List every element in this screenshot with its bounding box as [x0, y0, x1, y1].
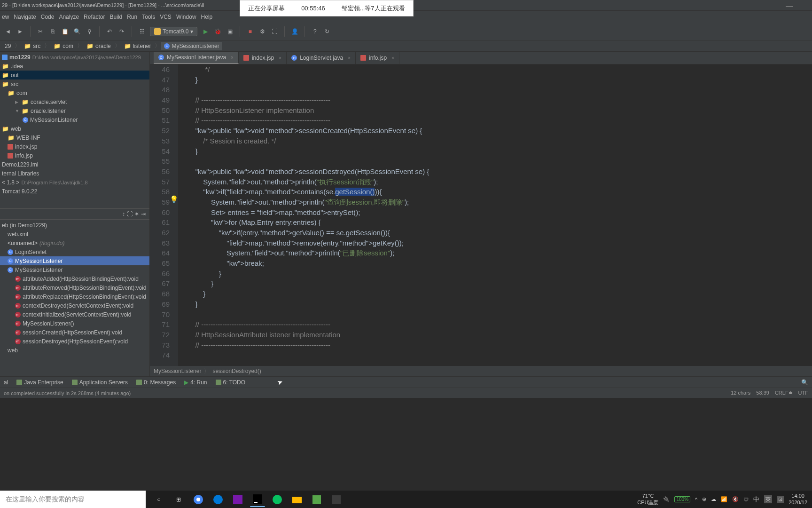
structure-item[interactable]: mattributeRemoved(HttpSessionBindingEven… [0, 283, 149, 292]
tool-window-tab[interactable]: ▶4: Run [184, 379, 207, 386]
back-button[interactable]: ◄ [4, 27, 12, 36]
avatar-button[interactable]: 👤 [290, 27, 299, 36]
menu-help[interactable]: Help [201, 14, 213, 20]
wechat-icon[interactable] [270, 492, 285, 507]
debug-button[interactable]: 🐞 [213, 27, 222, 36]
menu-run[interactable]: Run [127, 14, 137, 20]
run-button[interactable]: ▶ [201, 27, 210, 36]
breadcrumb-item[interactable]: 📁listener [121, 42, 154, 50]
intention-bulb-icon[interactable]: 💡 [170, 194, 179, 205]
update-button[interactable]: ↻ [323, 27, 331, 36]
expand-icon[interactable]: ⛶ [127, 211, 133, 217]
editor-tab[interactable]: CLoginServlet.java× [287, 52, 356, 64]
status-position[interactable]: 58:39 [756, 390, 769, 396]
gear-icon[interactable]: ✶ [134, 211, 139, 217]
structure-button[interactable]: ⛶ [270, 27, 279, 36]
forward-button[interactable]: ► [16, 27, 24, 36]
structure-item[interactable]: mattributeReplaced(HttpSessionBindingEve… [0, 292, 149, 301]
tray-volume-icon[interactable]: 🔇 [732, 496, 739, 502]
taskview-icon[interactable]: ⊞ [171, 492, 186, 507]
structure-item[interactable]: web [0, 346, 149, 355]
help-button[interactable]: ? [311, 27, 319, 36]
chrome-icon[interactable] [191, 492, 206, 507]
structure-item[interactable]: mattributeAdded(HttpSessionBindingEvent)… [0, 274, 149, 283]
tree-item[interactable]: index.jsp [0, 142, 149, 151]
structure-item[interactable]: msessionCreated(HttpSessionEvent):void [0, 328, 149, 337]
breadcrumb-item[interactable]: 📁src [21, 42, 43, 50]
sort-icon[interactable]: ↕ [122, 211, 125, 217]
tree-item[interactable]: 📁web [0, 124, 149, 133]
status-encoding[interactable]: UTF [798, 390, 808, 396]
cpu-temp-widget[interactable]: 71℃ CPU温度 [637, 493, 658, 505]
settings-button[interactable]: ⚙ [258, 27, 266, 36]
tray-plug-icon[interactable]: 🔌 [663, 496, 670, 502]
editor-tab[interactable]: info.jsp× [356, 52, 399, 64]
code-content[interactable]: 💡 */ } // ------------------------------… [178, 64, 812, 366]
structure-item[interactable]: web.xml [0, 230, 149, 238]
ime-extra[interactable]: ⊡ [777, 496, 784, 503]
structure-item[interactable]: mMySessionListener() [0, 319, 149, 328]
clock-widget[interactable]: 14:00 2020/12 [789, 493, 807, 505]
structure-item[interactable]: <unnamed> (/login.do) [0, 238, 149, 247]
tree-item[interactable]: Tomcat 9.0.22 [0, 187, 149, 196]
structure-item[interactable]: CMySessionListener [0, 256, 149, 265]
structure-item[interactable]: mcontextInitialized(ServletContextEvent)… [0, 310, 149, 319]
stop-button[interactable]: ■ [246, 27, 254, 36]
tree-item[interactable]: 📁.idea [0, 62, 149, 71]
breadcrumb-item[interactable]: 29 [2, 42, 14, 50]
tool-window-tab[interactable]: al [4, 379, 8, 386]
onenote-icon[interactable] [230, 492, 245, 507]
tool-window-tab[interactable]: Application Servers [72, 379, 128, 386]
tray-security-icon[interactable]: 🛡 [743, 497, 749, 502]
tool-window-tab[interactable]: Java Enterprise [16, 379, 63, 386]
code-editor[interactable]: 4647484950515253545556575859606162636465… [150, 64, 812, 366]
breadcrumb-item[interactable]: 📁oracle [84, 42, 114, 50]
editor-tab[interactable]: index.jsp× [239, 52, 287, 64]
structure-item[interactable]: CMySessionListener [0, 265, 149, 274]
cortana-icon[interactable]: ○ [151, 492, 166, 507]
tree-item[interactable]: 📁out [0, 71, 149, 79]
build-button[interactable]: ☷ [138, 27, 146, 36]
structure-item[interactable]: msessionDestroyed(HttpSessionEvent):void [0, 337, 149, 346]
tree-item[interactable]: ▶📁coracle.servlet [0, 97, 149, 106]
windows-search-input[interactable]: 在这里输入你要搜索的内容 [0, 491, 146, 508]
close-icon[interactable]: × [391, 56, 394, 61]
menu-vcs[interactable]: VCS [160, 14, 172, 20]
structure-tree[interactable]: eb (in Demo1229) web.xml<unnamed> (/logi… [0, 220, 149, 376]
structure-item[interactable]: mcontextDestroyed(ServletContextEvent):v… [0, 301, 149, 310]
find-button[interactable]: 🔍 [73, 27, 81, 36]
structure-item[interactable]: CLoginServlet [0, 247, 149, 256]
tree-item[interactable]: info.jsp [0, 151, 149, 160]
structure-root[interactable]: eb (in Demo1229) [0, 221, 149, 230]
breadcrumb-item[interactable]: CMySessionListener [161, 42, 222, 50]
notepad-icon[interactable] [309, 492, 324, 507]
tool-window-tab[interactable]: 6: TODO [216, 379, 246, 386]
tray-browser-icon[interactable]: ⊕ [702, 496, 706, 502]
breadcrumb-item[interactable]: 📁com [51, 42, 76, 50]
bc-class[interactable]: MySessionListener [154, 368, 201, 374]
tree-item[interactable]: ternal Libraries [0, 169, 149, 178]
edge-icon[interactable] [211, 492, 226, 507]
menu-view[interactable]: ew [2, 14, 9, 20]
tree-item[interactable]: ▼📁oracle.listener [0, 106, 149, 115]
bc-method[interactable]: sessionDestroyed() [212, 368, 261, 374]
menu-window[interactable]: Window [176, 14, 196, 20]
cut-button[interactable]: ✂ [36, 27, 45, 36]
paste-button[interactable]: 📋 [61, 27, 69, 36]
undo-button[interactable]: ↶ [105, 27, 114, 36]
menu-navigate[interactable]: Navigate [14, 14, 36, 20]
run-config-selector[interactable]: Tomcat9.0 ▾ [150, 27, 197, 36]
ime-mode[interactable]: 英 [764, 495, 772, 503]
tray-network-icon[interactable]: 📶 [721, 496, 727, 502]
close-icon[interactable]: × [279, 56, 281, 61]
editor-tab[interactable]: CMySessionListener.java× [154, 52, 239, 64]
menu-analyze[interactable]: Analyze [59, 14, 79, 20]
tree-item[interactable]: 📁src [0, 79, 149, 88]
menu-tools[interactable]: Tools [142, 14, 155, 20]
tree-item[interactable]: Demo1229.iml [0, 160, 149, 169]
tray-chevron-icon[interactable]: ^ [695, 497, 697, 502]
project-tree[interactable]: mo1229 D:\Idea workspace\java2012\javaee… [0, 52, 149, 208]
status-linesep[interactable]: CRLF≑ [775, 390, 793, 396]
tool-window-tab[interactable]: 0: Messages [136, 379, 176, 386]
coverage-button[interactable]: ▣ [226, 27, 234, 36]
